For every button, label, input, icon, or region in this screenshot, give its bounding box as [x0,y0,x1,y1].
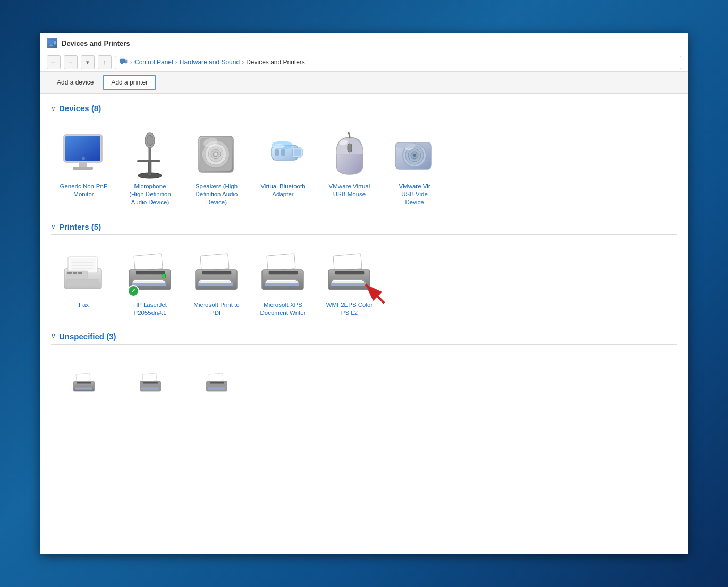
svg-rect-92 [77,382,91,383]
unspecified-section-header: ∨ Unspecified (3) [51,332,677,345]
printers-grid: Fax [51,241,677,330]
breadcrumb: › Control Panel › Hardware and Sound › D… [115,56,681,69]
svg-line-89 [366,284,384,303]
camera-icon [391,132,438,179]
svg-rect-82 [333,254,361,271]
device-wmf2eps[interactable]: WMF2EPS ColorPS L2 [319,246,380,321]
monitor-icon-wrap [60,131,108,179]
unspecified-title: Unspecified (3) [59,332,116,341]
add-printer-button[interactable]: Add a printer [103,75,156,90]
device-microphone[interactable]: Microphone(High DefinitionAudio Device) [120,127,181,211]
svg-point-19 [82,157,85,160]
device-camera[interactable]: VMware VirUSB VideDevice [385,127,444,211]
devices-chevron[interactable]: ∨ [51,105,56,112]
svg-rect-17 [79,162,87,167]
svg-point-13 [125,61,126,62]
svg-rect-94 [142,373,156,382]
device-fax[interactable]: Fax [53,246,114,321]
bluetooth-icon-wrap [259,131,307,179]
svg-rect-37 [294,149,301,156]
svg-rect-39 [275,149,279,156]
red-arrow-annotation [352,271,390,308]
mouse-icon-wrap [326,131,374,179]
svg-rect-65 [136,271,165,274]
device-hp-laserjet-label: HP LaserJetP2055dn#:1 [133,301,167,317]
forward-button[interactable]: → [64,55,78,69]
add-device-button[interactable]: Add a device [49,75,101,90]
unspecified-icon-1 [60,359,108,407]
window-title: Devices and Printers [62,39,130,47]
unspecified-printer-3 [193,373,240,394]
dropdown-button[interactable]: ▾ [81,55,95,69]
device-bluetooth-label: Virtual BluetoothAdapter [260,182,305,198]
breadcrumb-hardware-sound[interactable]: Hardware and Sound [180,58,240,66]
printers-title: Printers (5) [59,222,101,231]
svg-rect-90 [75,373,90,382]
device-monitor[interactable]: Generic Non-PnPMonitor [53,127,114,211]
svg-rect-81 [267,280,296,282]
svg-rect-8 [121,60,124,62]
svg-rect-16 [65,136,100,161]
svg-rect-2 [50,44,52,45]
unspecified-printer-1 [61,373,107,394]
back-icon: ← [51,59,57,65]
unspecified-printer-2 [127,373,174,394]
svg-rect-76 [266,254,295,271]
main-window: Devices and Printers ← → ▾ ↑ [40,33,688,554]
device-xps-label: Microsoft XPSDocument Writer [260,301,306,317]
toolbar: Add a device Add a printer [40,72,688,94]
breadcrumb-sep-2: › [175,58,177,66]
printers-chevron[interactable]: ∨ [51,223,56,230]
hp-laserjet-icon-wrap: ✓ [126,250,174,298]
unspecified-device-1[interactable] [53,355,114,415]
camera-icon-wrap [391,131,438,179]
svg-rect-68 [134,280,163,282]
back-button[interactable]: ← [47,55,61,69]
svg-rect-59 [67,272,72,274]
svg-point-41 [272,144,285,148]
svg-rect-93 [75,387,92,389]
unspecified-chevron[interactable]: ∨ [51,332,56,340]
svg-rect-101 [208,387,225,389]
device-print-pdf[interactable]: Microsoft Print toPDF [186,246,247,321]
unspecified-device-2[interactable] [120,355,181,415]
device-print-pdf-label: Microsoft Print toPDF [193,301,239,317]
xps-icon-wrap [259,250,307,298]
device-speakers[interactable]: Speakers (HighDefinition AudioDevice) [186,127,247,211]
wmf2eps-icon-wrap [326,250,374,298]
device-monitor-label: Generic Non-PnPMonitor [60,182,107,198]
svg-rect-60 [73,272,77,274]
device-hp-laserjet[interactable]: ✓ HP LaserJetP2055dn#:1 [120,246,181,321]
device-xps-writer[interactable]: Microsoft XPSDocument Writer [252,246,314,321]
device-fax-label: Fax [79,301,89,309]
unspecified-icon-2 [126,359,174,407]
device-mouse[interactable]: VMware VirtualUSB Mouse [319,127,380,211]
dropdown-icon: ▾ [86,59,89,66]
content-area: ∨ Devices (8) [40,94,688,554]
svg-rect-98 [208,373,223,382]
breadcrumb-control-panel[interactable]: Control Panel [134,58,173,66]
device-speakers-label: Speakers (HighDefinition AudioDevice) [196,182,238,206]
svg-rect-100 [210,382,224,383]
microphone-icon [130,132,170,179]
svg-rect-97 [141,387,159,389]
device-bluetooth[interactable]: Virtual BluetoothAdapter [252,127,314,211]
monitor-icon [61,133,106,177]
svg-rect-18 [73,167,93,170]
print-pdf-icon-wrap [193,250,241,298]
svg-rect-51 [395,142,431,148]
svg-point-49 [413,154,416,157]
forward-icon: → [68,59,74,65]
svg-rect-3 [49,45,53,46]
device-camera-label: VMware VirUSB VideDevice [399,182,430,206]
svg-rect-21 [148,161,151,176]
devices-title: Devices (8) [59,104,101,113]
up-button[interactable]: ↑ [98,55,112,69]
svg-rect-10 [121,64,123,64]
unspecified-device-3[interactable] [186,355,247,415]
svg-rect-63 [133,254,162,271]
svg-point-6 [54,42,55,43]
svg-rect-72 [202,271,231,274]
microphone-icon-wrap [126,131,174,179]
breadcrumb-root-icon [120,58,128,67]
